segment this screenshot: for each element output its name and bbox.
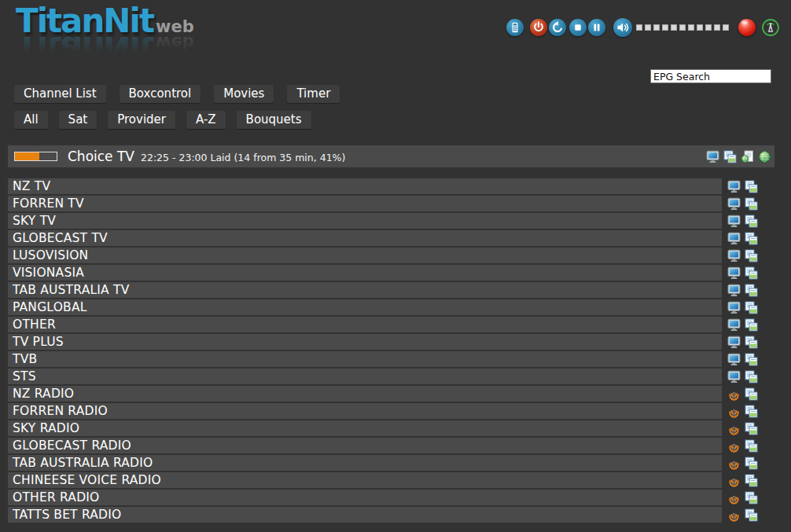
speaker-icon [613,18,632,37]
channel-row[interactable]: SKY RADIO [8,420,722,436]
radio-transmit-icon[interactable] [727,491,741,504]
power-icon [530,19,547,36]
stream-windows-icon[interactable] [745,370,758,383]
channel-row[interactable]: LUSOVISION [8,248,722,263]
stream-windows-icon[interactable] [745,215,758,228]
channel-row[interactable]: SKY TV [8,213,722,229]
stream-windows-icon[interactable] [745,439,758,453]
epg-progress-fill [15,152,39,160]
channel-row[interactable]: VISIONASIA [8,265,722,281]
stream-windows-icon[interactable] [745,318,758,332]
volume-segment[interactable] [679,24,686,31]
epg-search-input[interactable] [650,69,771,83]
pause-button[interactable] [588,19,605,36]
stream-windows-icon[interactable] [745,474,758,487]
windows-icon[interactable] [723,150,737,163]
globe-icon[interactable] [758,150,771,163]
channel-row[interactable]: GLOBECAST RADIO [8,438,722,453]
stream-windows-icon[interactable] [745,180,758,193]
channel-row[interactable]: FORREN RADIO [8,403,722,419]
radio-transmit-icon[interactable] [727,439,741,453]
tv-icon[interactable] [727,353,741,366]
tv-icon[interactable] [727,318,741,332]
volume-segment[interactable] [714,24,720,31]
tab-timer[interactable]: Timer [287,85,340,103]
tab-movies[interactable]: Movies [214,85,274,103]
volume-segment[interactable] [671,24,677,31]
filter-all[interactable]: All [14,111,48,129]
stream-windows-icon[interactable] [745,284,758,297]
tv-icon[interactable] [727,249,741,262]
volume-segment[interactable] [723,24,729,31]
stream-windows-icon[interactable] [745,491,758,504]
stream-windows-icon[interactable] [745,422,758,435]
radio-transmit-icon[interactable] [727,457,741,470]
volume-segment[interactable] [645,24,651,31]
radio-transmit-icon[interactable] [727,474,741,487]
stream-button[interactable] [761,18,780,37]
volume-segment[interactable] [688,24,694,31]
stream-windows-icon[interactable] [745,405,758,418]
channel-row[interactable]: GLOBECAST TV [8,230,722,246]
record-indicator [738,19,756,36]
stop-button[interactable] [569,19,587,36]
tv-icon[interactable] [727,370,741,383]
stream-windows-icon[interactable] [745,266,758,280]
stream-windows-icon[interactable] [745,336,758,349]
filter-a-z[interactable]: A-Z [186,111,226,129]
stream-windows-icon[interactable] [745,508,758,522]
stop-icon [569,19,587,36]
stream-windows-icon[interactable] [745,197,758,211]
power-button[interactable] [530,19,547,36]
tv-icon[interactable] [727,301,741,314]
volume-segment[interactable] [662,24,668,31]
tv-icon[interactable] [727,232,741,245]
tv-icon[interactable] [727,266,741,280]
radio-transmit-icon[interactable] [727,422,741,435]
tv-icon[interactable] [727,180,741,193]
stream-windows-icon[interactable] [745,387,758,401]
channel-row[interactable]: PANGLOBAL [8,299,722,315]
channel-row[interactable]: FORREN TV [8,196,722,211]
stream-windows-icon[interactable] [745,301,758,314]
stream-windows-icon[interactable] [745,232,758,245]
app-logo: TitanNitweb TitanNitweb [16,5,194,38]
tv-icon[interactable] [727,197,741,211]
tv-icon[interactable] [727,336,741,349]
channel-row[interactable]: NZ TV [8,178,722,194]
channel-row[interactable]: CHINEESE VOICE RADIO [8,472,722,488]
tab-boxcontrol[interactable]: Boxcontrol [120,85,201,103]
filter-sat[interactable]: Sat [59,111,97,129]
radio-transmit-icon[interactable] [727,387,741,401]
filter-provider[interactable]: Provider [108,111,175,129]
channel-row[interactable]: OTHER [8,317,722,332]
volume-segment[interactable] [653,24,660,31]
mute-button[interactable] [613,18,632,37]
channel-row[interactable]: TVB [8,351,722,367]
radio-transmit-icon[interactable] [727,405,741,418]
stream-windows-icon[interactable] [745,457,758,470]
volume-segment[interactable] [705,24,712,31]
radio-transmit-icon[interactable] [727,508,741,522]
channel-row[interactable]: TAB AUSTRALIA RADIO [8,455,722,471]
monitor-icon[interactable] [706,150,719,163]
volume-segment[interactable] [636,24,642,31]
now-playing-bar: Choice TV 22:25 - 23:00 Laid (14 from 35… [8,145,774,167]
volume-segment[interactable] [697,24,703,31]
channel-row[interactable]: TATTS BET RADIO [8,507,722,523]
tab-channel-list[interactable]: Channel List [14,85,106,103]
channel-row[interactable]: NZ RADIO [8,386,722,402]
channel-row[interactable]: STS [8,369,722,384]
filter-bouquets[interactable]: Bouquets [237,111,311,129]
tv-icon[interactable] [727,215,741,228]
page-world-icon[interactable] [741,150,754,163]
refresh-button[interactable] [549,19,566,36]
channel-row[interactable]: TAB AUSTRALIA TV [8,282,722,298]
antenna-icon [761,18,780,37]
channel-row[interactable]: OTHER RADIO [8,490,722,505]
tv-icon[interactable] [727,284,741,297]
channel-row[interactable]: TV PLUS [8,334,722,350]
stream-windows-icon[interactable] [745,249,758,262]
stream-windows-icon[interactable] [745,353,758,366]
remote-control-button[interactable] [506,19,524,36]
